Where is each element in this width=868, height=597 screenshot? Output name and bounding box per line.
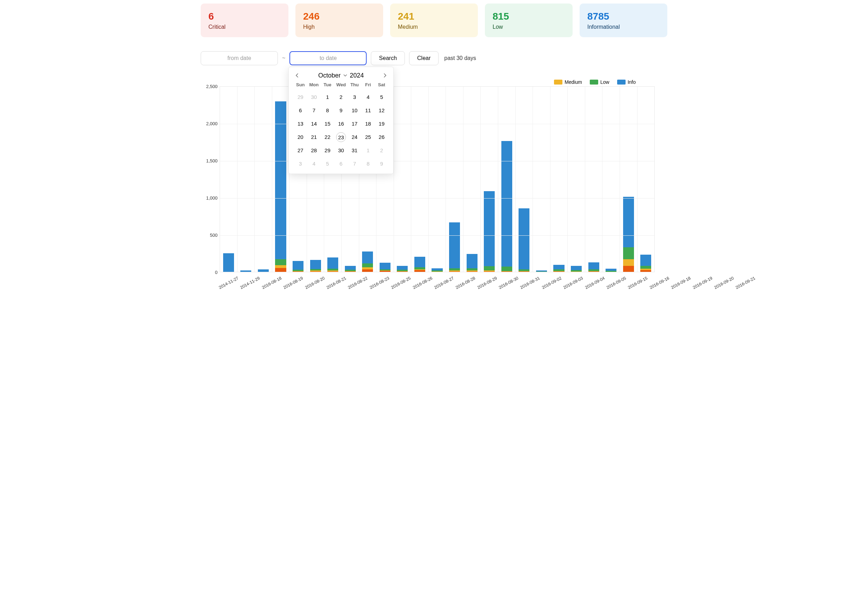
stacked-bar[interactable]	[380, 263, 391, 272]
calendar-day[interactable]: 24	[348, 132, 361, 142]
legend-item-info[interactable]: Info	[617, 79, 636, 85]
stacked-bar[interactable]	[501, 141, 512, 272]
prev-month-button[interactable]	[294, 72, 301, 79]
to-date-input[interactable]	[290, 51, 367, 65]
bar-slot	[220, 87, 238, 272]
stacked-bar[interactable]	[293, 261, 303, 272]
month-year-selector[interactable]: October 2024	[318, 72, 364, 79]
y-tick-label: 0	[201, 269, 217, 275]
bar-segment-high	[449, 272, 460, 272]
calendar-day[interactable]: 10	[348, 105, 361, 116]
calendar-day[interactable]: 7	[307, 105, 321, 116]
calendar-day[interactable]: 14	[307, 119, 321, 129]
clear-button[interactable]: Clear	[409, 51, 438, 65]
calendar-day-other-month[interactable]: 6	[334, 159, 348, 169]
bar-slot	[429, 87, 446, 272]
stacked-bar[interactable]	[362, 251, 373, 272]
stat-card-critical[interactable]: 6Critical	[201, 3, 288, 37]
bar-segment-low	[501, 267, 512, 271]
stat-label: High	[303, 24, 375, 30]
calendar-day-other-month[interactable]: 7	[348, 159, 361, 169]
bar-slot	[568, 87, 585, 272]
x-tick-label: 2016-09-19	[692, 275, 713, 290]
stacked-bar[interactable]	[519, 208, 529, 272]
calendar-day-other-month[interactable]: 3	[294, 159, 307, 169]
stacked-bar[interactable]	[467, 254, 477, 272]
stacked-bar[interactable]	[327, 257, 338, 272]
stacked-bar[interactable]	[258, 269, 269, 272]
bar-segment-high	[589, 272, 599, 272]
stacked-bar[interactable]	[275, 101, 286, 272]
calendar-day[interactable]: 27	[294, 146, 307, 155]
stacked-bar[interactable]	[484, 191, 495, 272]
calendar-day-other-month[interactable]: 8	[361, 159, 375, 169]
stat-card-info[interactable]: 8785Informational	[580, 3, 667, 37]
stacked-bar[interactable]	[431, 268, 443, 272]
search-button[interactable]: Search	[371, 51, 405, 65]
calendar-day[interactable]: 20	[294, 132, 307, 142]
calendar-day[interactable]: 12	[375, 105, 388, 116]
calendar-day[interactable]: 21	[307, 132, 321, 142]
stacked-bar[interactable]	[345, 266, 356, 272]
calendar-day[interactable]: 31	[348, 146, 361, 155]
gridline	[220, 124, 654, 124]
stacked-bar[interactable]	[240, 270, 251, 272]
legend-item-low[interactable]: Low	[590, 79, 609, 85]
legend-item-medium[interactable]: Medium	[554, 79, 582, 85]
x-tick-label: 2016-09-20	[713, 275, 735, 290]
calendar-day-other-month[interactable]: 30	[307, 92, 321, 102]
calendar-day[interactable]: 30	[334, 146, 348, 155]
calendar-day[interactable]: 26	[375, 132, 388, 142]
from-date-input[interactable]	[201, 51, 278, 65]
calendar-day[interactable]: 17	[348, 119, 361, 129]
calendar-day[interactable]: 23	[336, 132, 346, 142]
calendar-day-other-month[interactable]: 5	[321, 159, 334, 169]
x-tick-label: 2016-08-20	[304, 275, 326, 290]
calendar-day[interactable]: 22	[321, 132, 334, 142]
calendar-day[interactable]: 3	[348, 92, 361, 102]
calendar-day-other-month[interactable]: 29	[294, 92, 307, 102]
stat-card-medium[interactable]: 241Medium	[390, 3, 478, 37]
calendar-day[interactable]: 15	[321, 119, 334, 129]
calendar-day-other-month[interactable]: 4	[307, 159, 321, 169]
x-tick-label: 2016-08-29	[476, 275, 498, 290]
stacked-bar[interactable]	[310, 260, 321, 272]
calendar-day[interactable]: 9	[334, 105, 348, 116]
stacked-bar[interactable]	[589, 262, 599, 272]
next-month-button[interactable]	[381, 72, 388, 79]
calendar-day[interactable]: 5	[375, 92, 388, 102]
calendar-day[interactable]: 13	[294, 119, 307, 129]
stacked-bar[interactable]	[640, 255, 651, 272]
stacked-bar[interactable]	[449, 223, 460, 272]
month-label: October	[318, 72, 341, 79]
calendar-day[interactable]: 1	[321, 92, 334, 102]
calendar-day[interactable]: 28	[307, 146, 321, 155]
stacked-bar[interactable]	[571, 266, 582, 272]
stacked-bar[interactable]	[623, 197, 634, 272]
bar-segment-medium	[275, 265, 286, 268]
stacked-bar[interactable]	[536, 270, 547, 272]
stacked-bar[interactable]	[414, 257, 425, 272]
calendar-day[interactable]: 4	[361, 92, 375, 102]
stacked-bar[interactable]	[223, 253, 234, 272]
calendar-day-other-month[interactable]: 9	[375, 159, 388, 169]
calendar-grid: SunMonTueWedThuFriSat2930123456789101112…	[294, 82, 388, 169]
stat-card-low[interactable]: 815Low	[485, 3, 572, 37]
stacked-bar[interactable]	[606, 269, 617, 272]
calendar-day[interactable]: 29	[321, 146, 334, 155]
calendar-day[interactable]: 25	[361, 132, 375, 142]
calendar-day[interactable]: 8	[321, 105, 334, 116]
bar-segment-info	[589, 262, 599, 269]
calendar-day-other-month[interactable]: 1	[361, 146, 375, 155]
stacked-bar[interactable]	[553, 265, 564, 272]
calendar-day[interactable]: 2	[334, 92, 348, 102]
calendar-day-other-month[interactable]: 2	[375, 146, 388, 155]
stacked-bar[interactable]	[397, 266, 408, 272]
calendar-day[interactable]: 16	[334, 119, 348, 129]
calendar-day[interactable]: 11	[361, 105, 375, 116]
calendar-day[interactable]: 18	[361, 119, 375, 129]
quick-range-link[interactable]: past 30 days	[444, 55, 476, 61]
calendar-day[interactable]: 19	[375, 119, 388, 129]
stat-card-high[interactable]: 246High	[296, 3, 383, 37]
calendar-day[interactable]: 6	[294, 105, 307, 116]
